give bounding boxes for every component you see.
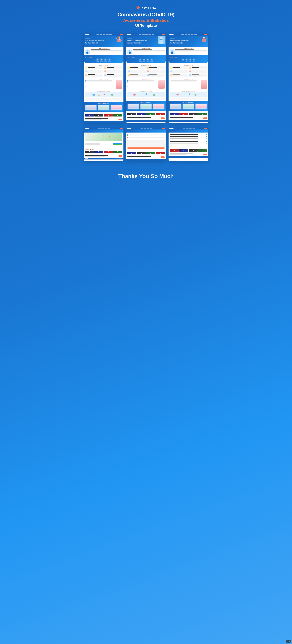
video-thumb[interactable]: [127, 152, 136, 154]
footer-link[interactable]: [119, 122, 120, 122]
video-thumb[interactable]: [85, 151, 94, 153]
video-thumb[interactable]: [156, 152, 165, 154]
play-button[interactable]: [141, 114, 142, 115]
footer-link[interactable]: [119, 158, 120, 159]
play-button[interactable]: [141, 152, 142, 154]
video-thumb[interactable]: [127, 113, 136, 116]
nav-cta-button[interactable]: [162, 34, 165, 35]
faq-question[interactable]: [170, 144, 207, 145]
faq-toggle-icon[interactable]: [206, 144, 207, 145]
subject-input[interactable]: [127, 143, 165, 144]
play-button[interactable]: [174, 114, 175, 115]
faq-question[interactable]: [170, 136, 207, 137]
footer-link[interactable]: [201, 121, 203, 121]
footer-link[interactable]: [205, 121, 207, 121]
faq-toggle-icon[interactable]: [206, 141, 207, 142]
video-thumb[interactable]: [113, 151, 122, 153]
submit-button[interactable]: [127, 148, 165, 148]
faq-toggle-icon[interactable]: [206, 134, 207, 135]
play-button[interactable]: [193, 114, 194, 115]
play-button[interactable]: [108, 151, 109, 152]
cta-button[interactable]: [203, 154, 207, 155]
nav-cta-button[interactable]: [162, 128, 165, 129]
footer-link[interactable]: [161, 160, 163, 160]
footer-link[interactable]: [117, 122, 118, 122]
play-button[interactable]: [98, 115, 99, 116]
faq-question[interactable]: [170, 141, 207, 142]
cta-button[interactable]: [119, 155, 122, 156]
footer-link[interactable]: [159, 160, 161, 160]
footer-link[interactable]: [161, 121, 163, 121]
video-thumb[interactable]: [179, 113, 188, 116]
video-thumb[interactable]: [179, 149, 188, 152]
video-thumb[interactable]: [137, 152, 146, 154]
play-button[interactable]: [160, 114, 161, 115]
video-thumb[interactable]: [146, 113, 155, 116]
video-thumb[interactable]: [189, 113, 198, 116]
play-button[interactable]: [150, 152, 151, 154]
video-thumb[interactable]: [189, 149, 198, 152]
video-thumb[interactable]: [146, 152, 155, 154]
faq-toggle-icon[interactable]: [206, 143, 207, 144]
play-button[interactable]: [202, 150, 203, 151]
play-button[interactable]: [193, 150, 194, 151]
play-button[interactable]: [117, 115, 118, 116]
faq-question[interactable]: [170, 140, 207, 140]
video-thumb[interactable]: [94, 151, 103, 153]
cta-button[interactable]: [119, 118, 122, 120]
cta-button[interactable]: [161, 118, 165, 119]
email-input[interactable]: [127, 142, 165, 142]
nav-link: [105, 128, 107, 128]
footer-link[interactable]: [205, 157, 207, 157]
play-button[interactable]: [131, 114, 132, 115]
play-button[interactable]: [183, 150, 184, 151]
stat-infected: Italy 2M+: [85, 42, 87, 44]
video-thumb[interactable]: [137, 113, 146, 116]
play-button[interactable]: [150, 114, 151, 115]
faq-question[interactable]: [170, 138, 207, 138]
footer-link[interactable]: [163, 121, 165, 121]
play-button[interactable]: [117, 151, 118, 152]
video-thumb[interactable]: [104, 151, 113, 153]
footer-link[interactable]: [201, 157, 203, 157]
footer-link[interactable]: [203, 121, 205, 121]
video-thumb[interactable]: [113, 114, 122, 116]
video-thumb[interactable]: [198, 149, 207, 152]
nav-cta-button[interactable]: [204, 128, 207, 129]
footer-link[interactable]: [117, 158, 118, 159]
play-button[interactable]: [131, 152, 132, 154]
play-button[interactable]: [183, 114, 184, 115]
play-button[interactable]: [202, 114, 203, 115]
play-button[interactable]: [174, 150, 175, 151]
name-input[interactable]: [127, 140, 165, 141]
message-textarea[interactable]: [127, 144, 165, 147]
cta-button[interactable]: [203, 118, 207, 119]
nav-cta-button[interactable]: [204, 34, 207, 35]
footer-link[interactable]: [121, 158, 122, 159]
hero-badge: LATEST NEWS: [127, 38, 132, 40]
play-button[interactable]: [108, 115, 109, 116]
video-thumb[interactable]: [104, 114, 113, 116]
faq-question[interactable]: [170, 143, 207, 144]
faq-toggle-icon[interactable]: [206, 136, 207, 137]
play-button[interactable]: [160, 152, 161, 154]
video-thumb[interactable]: [85, 114, 94, 116]
faq-toggle-icon[interactable]: [206, 140, 207, 140]
nav-cta-button[interactable]: [120, 34, 123, 35]
footer-link[interactable]: [159, 121, 161, 121]
faq-question[interactable]: [170, 134, 207, 135]
video-thumb[interactable]: [170, 149, 179, 152]
footer-link[interactable]: [121, 122, 122, 122]
nav-cta-button[interactable]: [120, 128, 123, 129]
footer-link[interactable]: [203, 157, 205, 157]
footer-link[interactable]: [163, 160, 165, 160]
video-thumb[interactable]: [94, 114, 103, 116]
video-thumb[interactable]: [170, 113, 179, 116]
video-thumb[interactable]: [198, 113, 207, 116]
cta-button[interactable]: [161, 156, 165, 158]
video-thumb[interactable]: [156, 113, 165, 116]
play-button[interactable]: [89, 115, 90, 116]
play-button[interactable]: [98, 151, 99, 152]
faq-toggle-icon[interactable]: [206, 138, 207, 138]
play-button[interactable]: [89, 151, 90, 152]
